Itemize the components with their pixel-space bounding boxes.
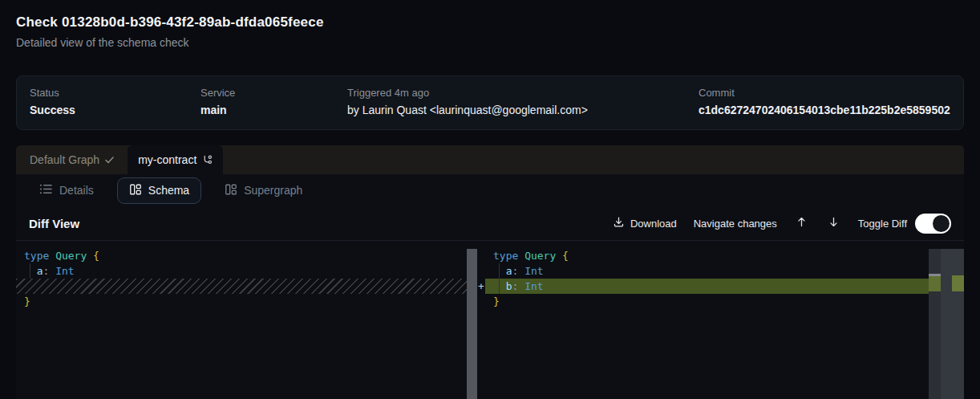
page-header: Check 01328b0d-b396-43f2-89ab-dfda065fee… bbox=[16, 13, 324, 50]
next-change-button[interactable] bbox=[826, 216, 841, 230]
diff-toolbar-actions: Download Navigate changes bbox=[613, 214, 951, 234]
service-field: Service main bbox=[200, 87, 347, 119]
code-line: b: Int bbox=[485, 279, 929, 294]
minimap[interactable] bbox=[941, 249, 964, 399]
diff-pane-after[interactable]: type Query { a: Int b: Int} bbox=[485, 241, 929, 399]
tab-supergraph[interactable]: Supergraph bbox=[214, 177, 313, 204]
navigate-changes-label: Navigate changes bbox=[694, 218, 777, 230]
code-line: a: Int bbox=[16, 263, 467, 279]
diff-pane-before[interactable]: type Query { a: Int} bbox=[16, 241, 467, 399]
code-line: } bbox=[16, 294, 467, 309]
code-line: } bbox=[485, 294, 929, 309]
indent-guide bbox=[499, 263, 500, 294]
panels-icon bbox=[129, 183, 142, 198]
navigate-changes-button[interactable]: Navigate changes bbox=[694, 218, 777, 230]
view-tab-row: Details Schema Supergraph bbox=[16, 174, 964, 206]
diff-editor: type Query { a: Int} + type Query { a: I… bbox=[16, 241, 964, 399]
diff-view-title: Diff View bbox=[29, 217, 79, 230]
service-value: main bbox=[200, 103, 347, 117]
check-detail-panel: Default Graph my-contract bbox=[16, 145, 964, 399]
added-change-marker bbox=[929, 276, 941, 291]
commit-field: Commit c1dc62724702406154013cbe11b225b2e… bbox=[699, 87, 950, 119]
page-title: Check 01328b0d-b396-43f2-89ab-dfda065fee… bbox=[16, 13, 324, 32]
status-field: Status Success bbox=[30, 87, 200, 119]
tab-default-graph[interactable]: Default Graph bbox=[16, 145, 128, 174]
added-line-plus-marker: + bbox=[477, 279, 485, 294]
tab-my-contract-label: my-contract bbox=[138, 153, 196, 166]
graph-tab-strip: Default Graph my-contract bbox=[16, 145, 964, 174]
download-icon bbox=[613, 216, 625, 230]
toggle-diff-switch[interactable] bbox=[915, 214, 951, 234]
previous-change-button[interactable] bbox=[794, 216, 809, 230]
status-value: Success bbox=[30, 103, 200, 117]
triggered-label: Triggered 4m ago bbox=[347, 87, 699, 100]
triggered-value: by Laurin Quast <laurinquast@googlemail.… bbox=[347, 103, 699, 117]
indent-guide bbox=[30, 263, 30, 279]
service-label: Service bbox=[200, 87, 347, 100]
commit-label: Commit bbox=[699, 87, 950, 100]
toggle-diff-label: Toggle Diff bbox=[858, 218, 907, 230]
tab-supergraph-label: Supergraph bbox=[244, 184, 302, 197]
tab-schema-label: Schema bbox=[148, 184, 189, 197]
triggered-field: Triggered 4m ago by Laurin Quast <laurin… bbox=[347, 87, 699, 119]
page-subtitle: Detailed view of the schema check bbox=[16, 35, 324, 50]
right-editor-scrollbar[interactable] bbox=[929, 249, 941, 399]
tab-schema[interactable]: Schema bbox=[117, 177, 201, 204]
code-line: type Query { bbox=[16, 248, 467, 263]
toggle-knob bbox=[933, 215, 950, 232]
minimap-added-marker bbox=[952, 275, 964, 291]
download-label: Download bbox=[630, 218, 677, 230]
contract-icon bbox=[202, 155, 213, 165]
code-line: a: Int bbox=[485, 263, 929, 279]
commit-value: c1dc62724702406154013cbe11b225b2e5859502 bbox=[699, 103, 950, 117]
toggle-diff-control: Toggle Diff bbox=[858, 214, 951, 234]
tab-default-graph-label: Default Graph bbox=[30, 153, 99, 166]
diff-placeholder-line bbox=[16, 279, 467, 294]
panels-icon bbox=[225, 183, 237, 198]
diff-toolbar: Diff View Download Navigate changes bbox=[16, 206, 964, 241]
arrow-up-icon bbox=[796, 216, 807, 230]
status-label: Status bbox=[30, 87, 200, 100]
arrow-down-icon bbox=[828, 216, 839, 230]
tab-details[interactable]: Details bbox=[29, 177, 104, 203]
code-line: type Query { bbox=[485, 248, 929, 263]
check-icon bbox=[105, 157, 114, 164]
check-info-card: Status Success Service main Triggered 4m… bbox=[16, 75, 964, 130]
tab-details-label: Details bbox=[59, 184, 94, 197]
left-editor-scrollbar[interactable] bbox=[467, 249, 477, 399]
download-button[interactable]: Download bbox=[613, 216, 677, 230]
list-icon bbox=[39, 183, 53, 197]
tab-my-contract[interactable]: my-contract bbox=[128, 145, 223, 174]
diff-gutter: + bbox=[477, 241, 485, 399]
